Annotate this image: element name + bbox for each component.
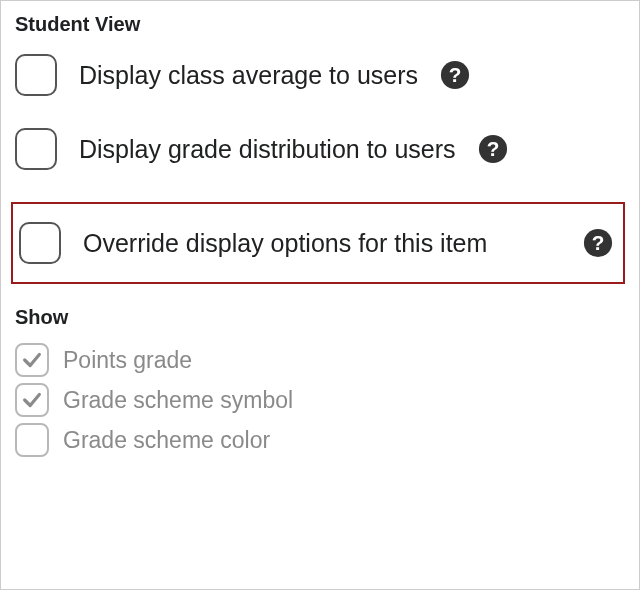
- option-row-class-average: Display class average to users ?: [15, 54, 625, 96]
- section-title-show: Show: [15, 306, 625, 329]
- help-icon[interactable]: ?: [478, 134, 508, 164]
- option-row-grade-distribution: Display grade distribution to users ?: [15, 128, 625, 170]
- show-row-points-grade: Points grade: [15, 343, 625, 377]
- label-points-grade: Points grade: [63, 347, 192, 374]
- svg-text:?: ?: [449, 63, 462, 86]
- checkbox-class-average[interactable]: [15, 54, 57, 96]
- checkbox-grade-scheme-color: [15, 423, 49, 457]
- show-row-grade-scheme-symbol: Grade scheme symbol: [15, 383, 625, 417]
- label-class-average: Display class average to users: [79, 61, 418, 90]
- checkbox-grade-scheme-symbol: [15, 383, 49, 417]
- help-icon[interactable]: ?: [583, 228, 613, 258]
- label-grade-scheme-symbol: Grade scheme symbol: [63, 387, 293, 414]
- svg-text:?: ?: [592, 231, 605, 254]
- option-row-override-display: Override display options for this item ?: [11, 202, 625, 284]
- checkbox-override-display[interactable]: [19, 222, 61, 264]
- show-row-grade-scheme-color: Grade scheme color: [15, 423, 625, 457]
- svg-text:?: ?: [486, 137, 499, 160]
- checkbox-points-grade: [15, 343, 49, 377]
- checkbox-grade-distribution[interactable]: [15, 128, 57, 170]
- student-view-panel: Student View Display class average to us…: [0, 0, 640, 590]
- section-title-student-view: Student View: [15, 13, 625, 36]
- label-grade-distribution: Display grade distribution to users: [79, 135, 456, 164]
- label-grade-scheme-color: Grade scheme color: [63, 427, 270, 454]
- label-override-display: Override display options for this item: [83, 229, 561, 258]
- help-icon[interactable]: ?: [440, 60, 470, 90]
